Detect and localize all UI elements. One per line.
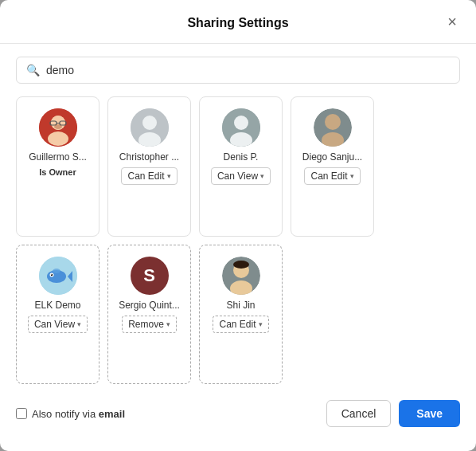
search-bar: 🔍 (16, 57, 460, 84)
user-card-denis: Denis P. Can View ▾ (199, 96, 283, 237)
user-card-shijin: Shi Jin Can Edit ▾ (199, 245, 283, 385)
svg-point-27 (233, 261, 249, 269)
role-dropdown-shijin[interactable]: Can Edit ▾ (213, 316, 268, 333)
chevron-icon: ▾ (260, 172, 264, 180)
modal-title: Sharing Settings (187, 16, 288, 30)
role-dropdown-sergio[interactable]: Remove ▾ (122, 316, 177, 333)
search-input[interactable] (46, 64, 450, 76)
avatar-denis (222, 108, 260, 147)
avatar-christopher (131, 108, 169, 147)
footer-buttons: Cancel Save (326, 400, 460, 427)
user-card-christopher: Christopher ... Can Edit ▾ (107, 96, 191, 237)
user-card-elk: ELK Demo Can View ▾ (16, 245, 99, 385)
user-name-sergio: Sergio Quint... (119, 300, 180, 311)
chevron-icon: ▾ (350, 172, 354, 180)
role-dropdown-elk[interactable]: Can View ▾ (28, 316, 88, 333)
sharing-settings-modal: Sharing Settings × 🔍 (0, 0, 476, 451)
role-dropdown-christopher[interactable]: Can Edit ▾ (121, 167, 177, 185)
user-name-denis: Denis P. (224, 151, 259, 163)
chevron-icon: ▾ (166, 320, 170, 328)
modal-header: Sharing Settings × (0, 0, 476, 44)
avatar-shijin (222, 257, 260, 295)
role-dropdown-denis[interactable]: Can View ▾ (211, 167, 271, 185)
svg-point-23 (53, 269, 60, 273)
svg-point-12 (234, 116, 248, 130)
notify-email-label[interactable]: Also notify via email (16, 408, 125, 420)
search-icon: 🔍 (26, 64, 40, 76)
svg-point-9 (142, 116, 157, 130)
svg-point-22 (50, 273, 51, 274)
svg-point-2 (48, 131, 68, 146)
save-button[interactable]: Save (399, 400, 460, 427)
avatar-guillermo (39, 108, 77, 147)
chevron-icon: ▾ (77, 320, 81, 328)
close-button[interactable]: × (441, 10, 463, 33)
user-name-shijin: Shi Jin (226, 300, 255, 311)
user-name-christopher: Christopher ... (119, 151, 179, 163)
avatar-sergio: S (131, 257, 169, 295)
svg-point-15 (325, 114, 341, 130)
modal-footer: Also notify via email Cancel Save (0, 384, 476, 435)
users-grid: Guillermo S... Is Owner Christopher ... … (0, 96, 476, 384)
role-dropdown-diego[interactable]: Can Edit ▾ (304, 167, 360, 185)
notify-email-checkbox[interactable] (16, 408, 27, 419)
user-card-guillermo: Guillermo S... Is Owner (16, 96, 99, 237)
chevron-icon: ▾ (167, 172, 171, 180)
user-card-diego: Diego Sanju... Can Edit ▾ (291, 96, 374, 237)
cancel-button[interactable]: Cancel (326, 400, 392, 427)
user-card-sergio: S Sergio Quint... Remove ▾ (107, 245, 191, 385)
chevron-icon: ▾ (259, 320, 263, 328)
avatar-diego (314, 108, 352, 147)
svg-point-7 (54, 124, 62, 129)
user-name-elk: ELK Demo (34, 300, 80, 311)
role-badge-guillermo: Is Owner (39, 167, 76, 177)
avatar-elk (39, 257, 77, 295)
user-name-guillermo: Guillermo S... (29, 151, 87, 163)
user-name-diego: Diego Sanju... (302, 151, 362, 163)
